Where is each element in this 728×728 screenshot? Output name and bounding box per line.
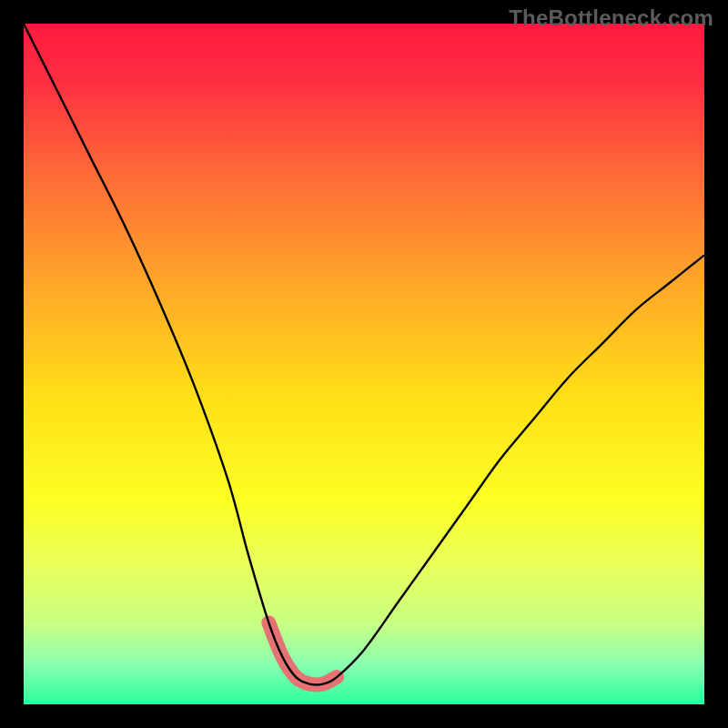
chart-frame: TheBottleneck.com — [0, 0, 728, 728]
plot-area — [24, 24, 704, 704]
watermark: TheBottleneck.com — [509, 5, 713, 31]
optimal-range-highlight — [268, 622, 337, 684]
curve-layer — [24, 24, 704, 704]
bottleneck-curve — [24, 24, 704, 684]
